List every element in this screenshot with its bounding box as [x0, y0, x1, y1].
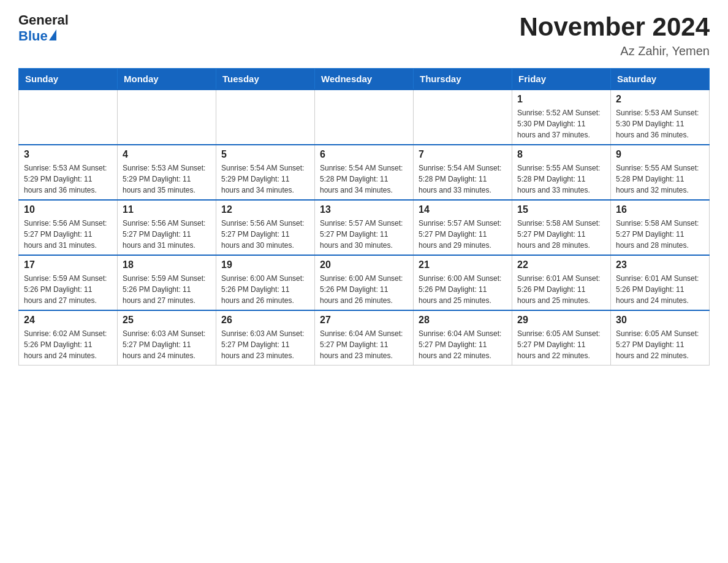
day-info: Sunrise: 5:55 AM Sunset: 5:28 PM Dayligh…	[616, 163, 704, 196]
day-info: Sunrise: 5:57 AM Sunset: 5:27 PM Dayligh…	[419, 218, 507, 251]
day-info: Sunrise: 5:56 AM Sunset: 5:27 PM Dayligh…	[123, 218, 211, 251]
day-number: 18	[123, 259, 211, 270]
calendar-cell: 7Sunrise: 5:54 AM Sunset: 5:28 PM Daylig…	[414, 145, 512, 200]
weekday-header-saturday: Saturday	[611, 69, 710, 90]
calendar-cell: 30Sunrise: 6:05 AM Sunset: 5:27 PM Dayli…	[611, 310, 710, 366]
day-info: Sunrise: 5:53 AM Sunset: 5:30 PM Dayligh…	[616, 107, 704, 140]
calendar-cell: 3Sunrise: 5:53 AM Sunset: 5:29 PM Daylig…	[19, 145, 118, 200]
day-info: Sunrise: 6:05 AM Sunset: 5:27 PM Dayligh…	[616, 328, 704, 361]
day-number: 25	[123, 315, 211, 326]
day-info: Sunrise: 6:03 AM Sunset: 5:27 PM Dayligh…	[123, 328, 211, 361]
calendar-cell: 22Sunrise: 6:01 AM Sunset: 5:26 PM Dayli…	[512, 255, 611, 310]
calendar-cell: 8Sunrise: 5:55 AM Sunset: 5:28 PM Daylig…	[512, 145, 611, 200]
calendar-cell	[414, 90, 512, 145]
day-number: 10	[24, 204, 112, 215]
day-info: Sunrise: 5:57 AM Sunset: 5:27 PM Dayligh…	[320, 218, 408, 251]
week-row-4: 17Sunrise: 5:59 AM Sunset: 5:26 PM Dayli…	[19, 255, 710, 310]
day-number: 16	[616, 204, 704, 215]
day-number: 28	[419, 315, 507, 326]
calendar-cell: 23Sunrise: 6:01 AM Sunset: 5:26 PM Dayli…	[611, 255, 710, 310]
calendar-cell: 10Sunrise: 5:56 AM Sunset: 5:27 PM Dayli…	[19, 200, 118, 255]
day-info: Sunrise: 5:54 AM Sunset: 5:28 PM Dayligh…	[419, 163, 507, 196]
day-number: 5	[221, 149, 309, 160]
day-number: 7	[419, 149, 507, 160]
weekday-header-thursday: Thursday	[414, 69, 512, 90]
logo-general-text: General	[18, 12, 69, 28]
day-info: Sunrise: 5:54 AM Sunset: 5:28 PM Dayligh…	[320, 163, 408, 196]
calendar-cell: 4Sunrise: 5:53 AM Sunset: 5:29 PM Daylig…	[118, 145, 216, 200]
calendar-cell: 18Sunrise: 5:59 AM Sunset: 5:26 PM Dayli…	[118, 255, 216, 310]
day-info: Sunrise: 5:53 AM Sunset: 5:29 PM Dayligh…	[123, 163, 211, 196]
day-info: Sunrise: 6:00 AM Sunset: 5:26 PM Dayligh…	[221, 273, 309, 306]
day-info: Sunrise: 6:04 AM Sunset: 5:27 PM Dayligh…	[419, 328, 507, 361]
day-number: 17	[24, 259, 112, 270]
day-info: Sunrise: 5:52 AM Sunset: 5:30 PM Dayligh…	[517, 107, 605, 140]
day-info: Sunrise: 5:58 AM Sunset: 5:27 PM Dayligh…	[517, 218, 605, 251]
calendar-cell: 13Sunrise: 5:57 AM Sunset: 5:27 PM Dayli…	[315, 200, 414, 255]
weekday-header-wednesday: Wednesday	[315, 69, 414, 90]
day-number: 29	[517, 315, 605, 326]
week-row-2: 3Sunrise: 5:53 AM Sunset: 5:29 PM Daylig…	[19, 145, 710, 200]
day-number: 20	[320, 259, 408, 270]
day-number: 19	[221, 259, 309, 270]
day-info: Sunrise: 5:59 AM Sunset: 5:26 PM Dayligh…	[24, 273, 112, 306]
calendar-cell	[216, 90, 315, 145]
weekday-header-monday: Monday	[118, 69, 216, 90]
day-number: 21	[419, 259, 507, 270]
calendar-cell: 21Sunrise: 6:00 AM Sunset: 5:26 PM Dayli…	[414, 255, 512, 310]
day-info: Sunrise: 6:04 AM Sunset: 5:27 PM Dayligh…	[320, 328, 408, 361]
day-number: 11	[123, 204, 211, 215]
day-info: Sunrise: 5:53 AM Sunset: 5:29 PM Dayligh…	[24, 163, 112, 196]
header: General Blue November 2024 Az Zahir, Yem…	[18, 12, 710, 58]
calendar-cell: 20Sunrise: 6:00 AM Sunset: 5:26 PM Dayli…	[315, 255, 414, 310]
day-number: 22	[517, 259, 605, 270]
day-number: 27	[320, 315, 408, 326]
calendar-cell: 15Sunrise: 5:58 AM Sunset: 5:27 PM Dayli…	[512, 200, 611, 255]
calendar-cell: 14Sunrise: 5:57 AM Sunset: 5:27 PM Dayli…	[414, 200, 512, 255]
day-info: Sunrise: 6:01 AM Sunset: 5:26 PM Dayligh…	[616, 273, 704, 306]
logo-blue-text: Blue	[18, 28, 56, 44]
week-row-5: 24Sunrise: 6:02 AM Sunset: 5:26 PM Dayli…	[19, 310, 710, 366]
day-number: 13	[320, 204, 408, 215]
weekday-header-sunday: Sunday	[19, 69, 118, 90]
calendar-cell: 29Sunrise: 6:05 AM Sunset: 5:27 PM Dayli…	[512, 310, 611, 366]
calendar-cell: 27Sunrise: 6:04 AM Sunset: 5:27 PM Dayli…	[315, 310, 414, 366]
calendar-header-row: SundayMondayTuesdayWednesdayThursdayFrid…	[19, 69, 710, 90]
day-number: 14	[419, 204, 507, 215]
day-info: Sunrise: 6:05 AM Sunset: 5:27 PM Dayligh…	[517, 328, 605, 361]
day-number: 1	[517, 94, 605, 105]
calendar-cell	[118, 90, 216, 145]
day-info: Sunrise: 6:00 AM Sunset: 5:26 PM Dayligh…	[320, 273, 408, 306]
week-row-3: 10Sunrise: 5:56 AM Sunset: 5:27 PM Dayli…	[19, 200, 710, 255]
day-number: 12	[221, 204, 309, 215]
day-info: Sunrise: 5:56 AM Sunset: 5:27 PM Dayligh…	[221, 218, 309, 251]
calendar-cell	[19, 90, 118, 145]
day-info: Sunrise: 6:01 AM Sunset: 5:26 PM Dayligh…	[517, 273, 605, 306]
day-number: 26	[221, 315, 309, 326]
day-number: 24	[24, 315, 112, 326]
day-info: Sunrise: 5:59 AM Sunset: 5:26 PM Dayligh…	[123, 273, 211, 306]
title-area: November 2024 Az Zahir, Yemen	[519, 12, 710, 58]
day-number: 6	[320, 149, 408, 160]
calendar-cell: 28Sunrise: 6:04 AM Sunset: 5:27 PM Dayli…	[414, 310, 512, 366]
calendar-cell: 2Sunrise: 5:53 AM Sunset: 5:30 PM Daylig…	[611, 90, 710, 145]
day-info: Sunrise: 5:56 AM Sunset: 5:27 PM Dayligh…	[24, 218, 112, 251]
day-number: 2	[616, 94, 704, 105]
calendar-cell: 26Sunrise: 6:03 AM Sunset: 5:27 PM Dayli…	[216, 310, 315, 366]
day-number: 15	[517, 204, 605, 215]
calendar-cell: 1Sunrise: 5:52 AM Sunset: 5:30 PM Daylig…	[512, 90, 611, 145]
calendar-cell: 6Sunrise: 5:54 AM Sunset: 5:28 PM Daylig…	[315, 145, 414, 200]
calendar-cell: 19Sunrise: 6:00 AM Sunset: 5:26 PM Dayli…	[216, 255, 315, 310]
calendar-cell: 11Sunrise: 5:56 AM Sunset: 5:27 PM Dayli…	[118, 200, 216, 255]
logo: General Blue	[18, 12, 69, 44]
day-info: Sunrise: 6:02 AM Sunset: 5:26 PM Dayligh…	[24, 328, 112, 361]
calendar-cell: 16Sunrise: 5:58 AM Sunset: 5:27 PM Dayli…	[611, 200, 710, 255]
calendar-cell	[315, 90, 414, 145]
day-number: 8	[517, 149, 605, 160]
weekday-header-friday: Friday	[512, 69, 611, 90]
calendar-cell: 25Sunrise: 6:03 AM Sunset: 5:27 PM Dayli…	[118, 310, 216, 366]
day-info: Sunrise: 6:00 AM Sunset: 5:26 PM Dayligh…	[419, 273, 507, 306]
calendar-cell: 24Sunrise: 6:02 AM Sunset: 5:26 PM Dayli…	[19, 310, 118, 366]
day-number: 23	[616, 259, 704, 270]
day-info: Sunrise: 5:54 AM Sunset: 5:29 PM Dayligh…	[221, 163, 309, 196]
